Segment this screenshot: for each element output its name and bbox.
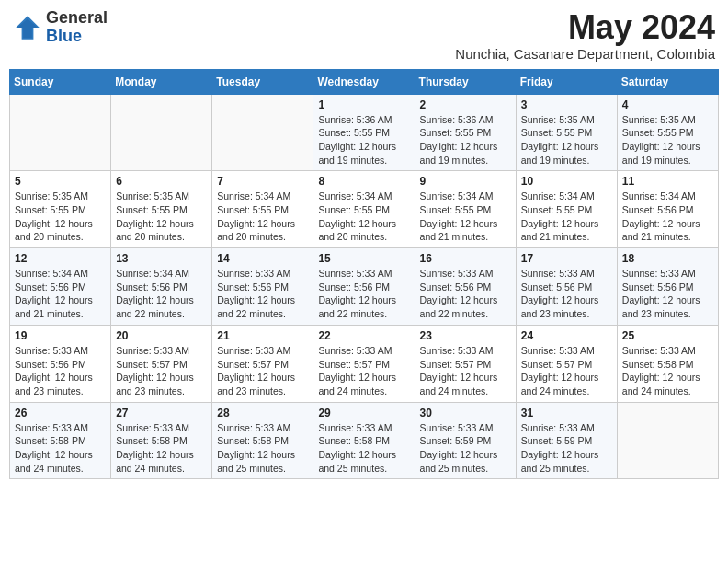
calendar-cell: 16Sunrise: 5:33 AM Sunset: 5:56 PM Dayli… <box>415 248 516 326</box>
day-info: Sunrise: 5:36 AM Sunset: 5:55 PM Dayligh… <box>318 113 409 167</box>
day-number: 22 <box>318 329 409 342</box>
day-info: Sunrise: 5:33 AM Sunset: 5:56 PM Dayligh… <box>318 267 409 321</box>
day-number: 14 <box>217 252 308 265</box>
day-info: Sunrise: 5:33 AM Sunset: 5:58 PM Dayligh… <box>622 344 713 398</box>
calendar-cell: 17Sunrise: 5:33 AM Sunset: 5:56 PM Dayli… <box>516 248 617 326</box>
calendar-cell: 15Sunrise: 5:33 AM Sunset: 5:56 PM Dayli… <box>313 248 415 326</box>
day-info: Sunrise: 5:33 AM Sunset: 5:57 PM Dayligh… <box>420 344 511 398</box>
calendar-cell: 13Sunrise: 5:34 AM Sunset: 5:56 PM Dayli… <box>111 248 212 326</box>
day-header-saturday: Saturday <box>617 69 718 94</box>
logo: General Blue <box>13 9 108 46</box>
calendar-cell: 5Sunrise: 5:35 AM Sunset: 5:55 PM Daylig… <box>10 171 111 248</box>
day-number: 7 <box>217 175 308 188</box>
day-number: 26 <box>15 407 106 419</box>
day-header-wednesday: Wednesday <box>313 69 415 94</box>
day-number: 13 <box>116 252 207 265</box>
day-number: 28 <box>217 407 308 419</box>
day-info: Sunrise: 5:34 AM Sunset: 5:56 PM Dayligh… <box>15 267 106 321</box>
day-info: Sunrise: 5:33 AM Sunset: 5:56 PM Dayligh… <box>521 267 612 321</box>
day-info: Sunrise: 5:35 AM Sunset: 5:55 PM Dayligh… <box>116 190 207 244</box>
calendar-cell: 2Sunrise: 5:36 AM Sunset: 5:55 PM Daylig… <box>415 94 516 171</box>
day-number: 30 <box>420 407 511 419</box>
day-info: Sunrise: 5:33 AM Sunset: 5:59 PM Dayligh… <box>420 421 511 476</box>
day-info: Sunrise: 5:33 AM Sunset: 5:56 PM Dayligh… <box>15 344 106 398</box>
day-number: 29 <box>318 407 409 419</box>
calendar-cell: 24Sunrise: 5:33 AM Sunset: 5:57 PM Dayli… <box>516 325 617 402</box>
day-info: Sunrise: 5:34 AM Sunset: 5:56 PM Dayligh… <box>622 190 713 244</box>
calendar-cell: 3Sunrise: 5:35 AM Sunset: 5:55 PM Daylig… <box>516 94 617 171</box>
day-info: Sunrise: 5:33 AM Sunset: 5:57 PM Dayligh… <box>318 344 409 398</box>
week-row-5: 26Sunrise: 5:33 AM Sunset: 5:58 PM Dayli… <box>10 402 719 479</box>
day-header-thursday: Thursday <box>415 69 516 94</box>
calendar-cell: 21Sunrise: 5:33 AM Sunset: 5:57 PM Dayli… <box>212 325 313 402</box>
calendar-cell: 28Sunrise: 5:33 AM Sunset: 5:58 PM Dayli… <box>212 402 313 479</box>
week-row-4: 19Sunrise: 5:33 AM Sunset: 5:56 PM Dayli… <box>10 325 719 402</box>
title-section: May 2024 Nunchia, Casanare Department, C… <box>455 9 715 62</box>
day-info: Sunrise: 5:33 AM Sunset: 5:56 PM Dayligh… <box>217 267 308 321</box>
day-info: Sunrise: 5:35 AM Sunset: 5:55 PM Dayligh… <box>15 190 106 244</box>
calendar-cell: 1Sunrise: 5:36 AM Sunset: 5:55 PM Daylig… <box>313 94 415 171</box>
month-year-title: May 2024 <box>455 9 715 46</box>
location-text: Nunchia, Casanare Department, Colombia <box>455 46 715 62</box>
day-number: 5 <box>15 175 106 188</box>
svg-marker-1 <box>17 18 38 38</box>
day-number: 24 <box>521 329 612 342</box>
day-header-monday: Monday <box>111 69 212 94</box>
calendar-cell: 23Sunrise: 5:33 AM Sunset: 5:57 PM Dayli… <box>415 325 516 402</box>
day-number: 15 <box>318 252 409 265</box>
day-number: 12 <box>15 252 106 265</box>
calendar-cell: 27Sunrise: 5:33 AM Sunset: 5:58 PM Dayli… <box>111 402 212 479</box>
calendar-cell: 20Sunrise: 5:33 AM Sunset: 5:57 PM Dayli… <box>111 325 212 402</box>
calendar-cell: 22Sunrise: 5:33 AM Sunset: 5:57 PM Dayli… <box>313 325 415 402</box>
calendar-cell: 26Sunrise: 5:33 AM Sunset: 5:58 PM Dayli… <box>10 402 111 479</box>
logo-icon <box>13 13 42 42</box>
week-row-2: 5Sunrise: 5:35 AM Sunset: 5:55 PM Daylig… <box>10 171 719 248</box>
day-info: Sunrise: 5:33 AM Sunset: 5:57 PM Dayligh… <box>116 344 207 398</box>
calendar-body: 1Sunrise: 5:36 AM Sunset: 5:55 PM Daylig… <box>10 94 719 479</box>
day-info: Sunrise: 5:33 AM Sunset: 5:58 PM Dayligh… <box>116 421 207 476</box>
day-info: Sunrise: 5:34 AM Sunset: 5:56 PM Dayligh… <box>116 267 207 321</box>
week-row-1: 1Sunrise: 5:36 AM Sunset: 5:55 PM Daylig… <box>10 94 719 171</box>
day-info: Sunrise: 5:33 AM Sunset: 5:56 PM Dayligh… <box>622 267 713 321</box>
calendar-cell: 6Sunrise: 5:35 AM Sunset: 5:55 PM Daylig… <box>111 171 212 248</box>
calendar-cell: 8Sunrise: 5:34 AM Sunset: 5:55 PM Daylig… <box>313 171 415 248</box>
day-info: Sunrise: 5:33 AM Sunset: 5:56 PM Dayligh… <box>420 267 511 321</box>
day-number: 25 <box>622 329 713 342</box>
calendar-table: SundayMondayTuesdayWednesdayThursdayFrid… <box>9 69 719 480</box>
day-number: 8 <box>318 175 409 188</box>
day-info: Sunrise: 5:36 AM Sunset: 5:55 PM Dayligh… <box>420 113 511 167</box>
days-of-week-row: SundayMondayTuesdayWednesdayThursdayFrid… <box>10 69 719 94</box>
calendar-cell <box>111 94 212 171</box>
day-number: 9 <box>420 175 511 188</box>
calendar-cell: 29Sunrise: 5:33 AM Sunset: 5:58 PM Dayli… <box>313 402 415 479</box>
day-info: Sunrise: 5:33 AM Sunset: 5:58 PM Dayligh… <box>217 421 308 476</box>
day-info: Sunrise: 5:35 AM Sunset: 5:55 PM Dayligh… <box>622 113 713 167</box>
day-number: 6 <box>116 175 207 188</box>
calendar-cell: 12Sunrise: 5:34 AM Sunset: 5:56 PM Dayli… <box>10 248 111 326</box>
page-header: General Blue May 2024 Nunchia, Casanare … <box>9 9 719 62</box>
day-header-tuesday: Tuesday <box>212 69 313 94</box>
day-number: 23 <box>420 329 511 342</box>
day-header-sunday: Sunday <box>10 69 111 94</box>
calendar-cell: 7Sunrise: 5:34 AM Sunset: 5:55 PM Daylig… <box>212 171 313 248</box>
calendar-cell <box>212 94 313 171</box>
day-number: 3 <box>521 98 612 111</box>
calendar-cell: 10Sunrise: 5:34 AM Sunset: 5:55 PM Dayli… <box>516 171 617 248</box>
day-info: Sunrise: 5:35 AM Sunset: 5:55 PM Dayligh… <box>521 113 612 167</box>
calendar-cell <box>10 94 111 171</box>
day-number: 19 <box>15 329 106 342</box>
day-number: 16 <box>420 252 511 265</box>
day-number: 17 <box>521 252 612 265</box>
day-info: Sunrise: 5:33 AM Sunset: 5:58 PM Dayligh… <box>318 421 409 476</box>
day-info: Sunrise: 5:33 AM Sunset: 5:57 PM Dayligh… <box>521 344 612 398</box>
day-info: Sunrise: 5:34 AM Sunset: 5:55 PM Dayligh… <box>521 190 612 244</box>
calendar-cell: 31Sunrise: 5:33 AM Sunset: 5:59 PM Dayli… <box>516 402 617 479</box>
day-number: 2 <box>420 98 511 111</box>
calendar-cell: 18Sunrise: 5:33 AM Sunset: 5:56 PM Dayli… <box>617 248 718 326</box>
calendar-cell: 30Sunrise: 5:33 AM Sunset: 5:59 PM Dayli… <box>415 402 516 479</box>
day-number: 21 <box>217 329 308 342</box>
calendar-cell: 19Sunrise: 5:33 AM Sunset: 5:56 PM Dayli… <box>10 325 111 402</box>
day-info: Sunrise: 5:33 AM Sunset: 5:59 PM Dayligh… <box>521 421 612 476</box>
logo-general-text: General <box>46 9 108 28</box>
calendar-cell: 25Sunrise: 5:33 AM Sunset: 5:58 PM Dayli… <box>617 325 718 402</box>
